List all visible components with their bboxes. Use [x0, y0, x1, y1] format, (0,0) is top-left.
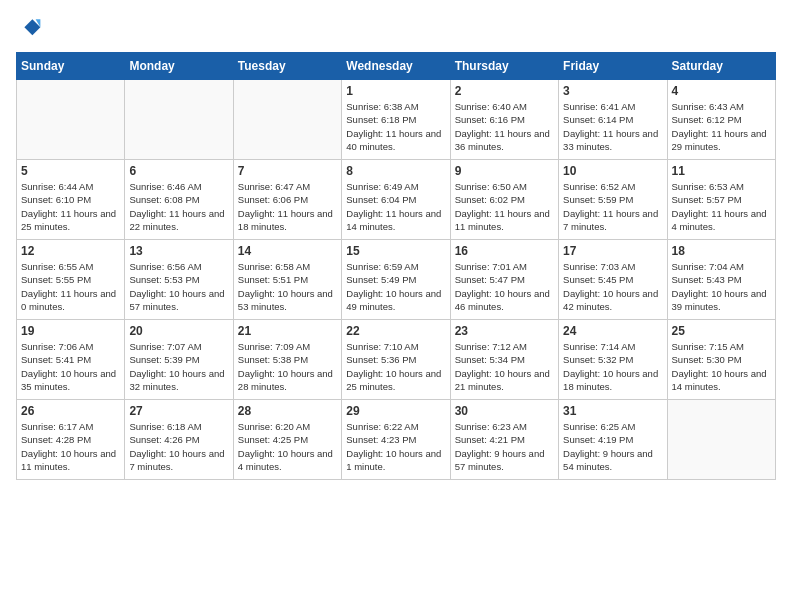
- calendar-week-row: 1Sunrise: 6:38 AM Sunset: 6:18 PM Daylig…: [17, 80, 776, 160]
- day-number: 11: [672, 164, 771, 178]
- day-info: Sunrise: 6:18 AM Sunset: 4:26 PM Dayligh…: [129, 420, 228, 473]
- day-info: Sunrise: 7:01 AM Sunset: 5:47 PM Dayligh…: [455, 260, 554, 313]
- calendar-cell: 15Sunrise: 6:59 AM Sunset: 5:49 PM Dayli…: [342, 240, 450, 320]
- weekday-header: Saturday: [667, 53, 775, 80]
- calendar-table: SundayMondayTuesdayWednesdayThursdayFrid…: [16, 52, 776, 480]
- day-info: Sunrise: 6:53 AM Sunset: 5:57 PM Dayligh…: [672, 180, 771, 233]
- day-info: Sunrise: 7:12 AM Sunset: 5:34 PM Dayligh…: [455, 340, 554, 393]
- day-number: 12: [21, 244, 120, 258]
- day-info: Sunrise: 7:14 AM Sunset: 5:32 PM Dayligh…: [563, 340, 662, 393]
- logo: [16, 16, 42, 44]
- day-number: 14: [238, 244, 337, 258]
- weekday-header: Tuesday: [233, 53, 341, 80]
- calendar-cell: 10Sunrise: 6:52 AM Sunset: 5:59 PM Dayli…: [559, 160, 667, 240]
- weekday-header: Monday: [125, 53, 233, 80]
- day-number: 9: [455, 164, 554, 178]
- day-info: Sunrise: 6:47 AM Sunset: 6:06 PM Dayligh…: [238, 180, 337, 233]
- day-info: Sunrise: 6:46 AM Sunset: 6:08 PM Dayligh…: [129, 180, 228, 233]
- calendar-cell: 22Sunrise: 7:10 AM Sunset: 5:36 PM Dayli…: [342, 320, 450, 400]
- day-info: Sunrise: 7:07 AM Sunset: 5:39 PM Dayligh…: [129, 340, 228, 393]
- calendar-week-row: 26Sunrise: 6:17 AM Sunset: 4:28 PM Dayli…: [17, 400, 776, 480]
- calendar-cell: 3Sunrise: 6:41 AM Sunset: 6:14 PM Daylig…: [559, 80, 667, 160]
- day-info: Sunrise: 7:15 AM Sunset: 5:30 PM Dayligh…: [672, 340, 771, 393]
- day-number: 21: [238, 324, 337, 338]
- day-info: Sunrise: 6:50 AM Sunset: 6:02 PM Dayligh…: [455, 180, 554, 233]
- calendar-cell: 11Sunrise: 6:53 AM Sunset: 5:57 PM Dayli…: [667, 160, 775, 240]
- day-number: 24: [563, 324, 662, 338]
- day-number: 30: [455, 404, 554, 418]
- day-info: Sunrise: 7:03 AM Sunset: 5:45 PM Dayligh…: [563, 260, 662, 313]
- day-number: 23: [455, 324, 554, 338]
- day-number: 10: [563, 164, 662, 178]
- weekday-header: Wednesday: [342, 53, 450, 80]
- calendar-cell: 25Sunrise: 7:15 AM Sunset: 5:30 PM Dayli…: [667, 320, 775, 400]
- day-number: 16: [455, 244, 554, 258]
- calendar-cell: [17, 80, 125, 160]
- day-number: 20: [129, 324, 228, 338]
- day-number: 29: [346, 404, 445, 418]
- day-info: Sunrise: 6:23 AM Sunset: 4:21 PM Dayligh…: [455, 420, 554, 473]
- day-number: 2: [455, 84, 554, 98]
- day-info: Sunrise: 6:38 AM Sunset: 6:18 PM Dayligh…: [346, 100, 445, 153]
- day-info: Sunrise: 6:43 AM Sunset: 6:12 PM Dayligh…: [672, 100, 771, 153]
- day-number: 25: [672, 324, 771, 338]
- day-number: 3: [563, 84, 662, 98]
- calendar-cell: 8Sunrise: 6:49 AM Sunset: 6:04 PM Daylig…: [342, 160, 450, 240]
- calendar-cell: [233, 80, 341, 160]
- calendar-cell: 16Sunrise: 7:01 AM Sunset: 5:47 PM Dayli…: [450, 240, 558, 320]
- day-number: 26: [21, 404, 120, 418]
- day-number: 28: [238, 404, 337, 418]
- day-number: 19: [21, 324, 120, 338]
- calendar-cell: 27Sunrise: 6:18 AM Sunset: 4:26 PM Dayli…: [125, 400, 233, 480]
- day-number: 8: [346, 164, 445, 178]
- day-number: 5: [21, 164, 120, 178]
- day-info: Sunrise: 6:25 AM Sunset: 4:19 PM Dayligh…: [563, 420, 662, 473]
- day-info: Sunrise: 7:09 AM Sunset: 5:38 PM Dayligh…: [238, 340, 337, 393]
- calendar-cell: 5Sunrise: 6:44 AM Sunset: 6:10 PM Daylig…: [17, 160, 125, 240]
- day-number: 13: [129, 244, 228, 258]
- calendar-cell: 29Sunrise: 6:22 AM Sunset: 4:23 PM Dayli…: [342, 400, 450, 480]
- day-info: Sunrise: 6:52 AM Sunset: 5:59 PM Dayligh…: [563, 180, 662, 233]
- day-number: 22: [346, 324, 445, 338]
- calendar-week-row: 12Sunrise: 6:55 AM Sunset: 5:55 PM Dayli…: [17, 240, 776, 320]
- day-info: Sunrise: 6:55 AM Sunset: 5:55 PM Dayligh…: [21, 260, 120, 313]
- calendar-cell: 30Sunrise: 6:23 AM Sunset: 4:21 PM Dayli…: [450, 400, 558, 480]
- calendar-cell: 13Sunrise: 6:56 AM Sunset: 5:53 PM Dayli…: [125, 240, 233, 320]
- day-info: Sunrise: 6:58 AM Sunset: 5:51 PM Dayligh…: [238, 260, 337, 313]
- calendar-cell: 18Sunrise: 7:04 AM Sunset: 5:43 PM Dayli…: [667, 240, 775, 320]
- calendar-cell: 12Sunrise: 6:55 AM Sunset: 5:55 PM Dayli…: [17, 240, 125, 320]
- day-number: 18: [672, 244, 771, 258]
- day-info: Sunrise: 6:22 AM Sunset: 4:23 PM Dayligh…: [346, 420, 445, 473]
- day-number: 6: [129, 164, 228, 178]
- day-info: Sunrise: 6:41 AM Sunset: 6:14 PM Dayligh…: [563, 100, 662, 153]
- calendar-cell: 14Sunrise: 6:58 AM Sunset: 5:51 PM Dayli…: [233, 240, 341, 320]
- calendar-cell: 19Sunrise: 7:06 AM Sunset: 5:41 PM Dayli…: [17, 320, 125, 400]
- calendar-cell: [667, 400, 775, 480]
- calendar-cell: 9Sunrise: 6:50 AM Sunset: 6:02 PM Daylig…: [450, 160, 558, 240]
- calendar-cell: 26Sunrise: 6:17 AM Sunset: 4:28 PM Dayli…: [17, 400, 125, 480]
- calendar-cell: 4Sunrise: 6:43 AM Sunset: 6:12 PM Daylig…: [667, 80, 775, 160]
- day-number: 15: [346, 244, 445, 258]
- day-info: Sunrise: 6:59 AM Sunset: 5:49 PM Dayligh…: [346, 260, 445, 313]
- day-number: 7: [238, 164, 337, 178]
- calendar-cell: 7Sunrise: 6:47 AM Sunset: 6:06 PM Daylig…: [233, 160, 341, 240]
- day-info: Sunrise: 6:56 AM Sunset: 5:53 PM Dayligh…: [129, 260, 228, 313]
- day-info: Sunrise: 6:20 AM Sunset: 4:25 PM Dayligh…: [238, 420, 337, 473]
- day-number: 27: [129, 404, 228, 418]
- weekday-header: Friday: [559, 53, 667, 80]
- day-number: 4: [672, 84, 771, 98]
- day-number: 1: [346, 84, 445, 98]
- calendar-week-row: 19Sunrise: 7:06 AM Sunset: 5:41 PM Dayli…: [17, 320, 776, 400]
- day-info: Sunrise: 6:17 AM Sunset: 4:28 PM Dayligh…: [21, 420, 120, 473]
- day-info: Sunrise: 7:04 AM Sunset: 5:43 PM Dayligh…: [672, 260, 771, 313]
- logo-icon: [18, 16, 42, 40]
- calendar-cell: 24Sunrise: 7:14 AM Sunset: 5:32 PM Dayli…: [559, 320, 667, 400]
- calendar-cell: 20Sunrise: 7:07 AM Sunset: 5:39 PM Dayli…: [125, 320, 233, 400]
- calendar-cell: 2Sunrise: 6:40 AM Sunset: 6:16 PM Daylig…: [450, 80, 558, 160]
- calendar-header-row: SundayMondayTuesdayWednesdayThursdayFrid…: [17, 53, 776, 80]
- calendar-cell: 6Sunrise: 6:46 AM Sunset: 6:08 PM Daylig…: [125, 160, 233, 240]
- day-info: Sunrise: 7:10 AM Sunset: 5:36 PM Dayligh…: [346, 340, 445, 393]
- day-info: Sunrise: 6:49 AM Sunset: 6:04 PM Dayligh…: [346, 180, 445, 233]
- calendar-cell: 23Sunrise: 7:12 AM Sunset: 5:34 PM Dayli…: [450, 320, 558, 400]
- calendar-cell: 1Sunrise: 6:38 AM Sunset: 6:18 PM Daylig…: [342, 80, 450, 160]
